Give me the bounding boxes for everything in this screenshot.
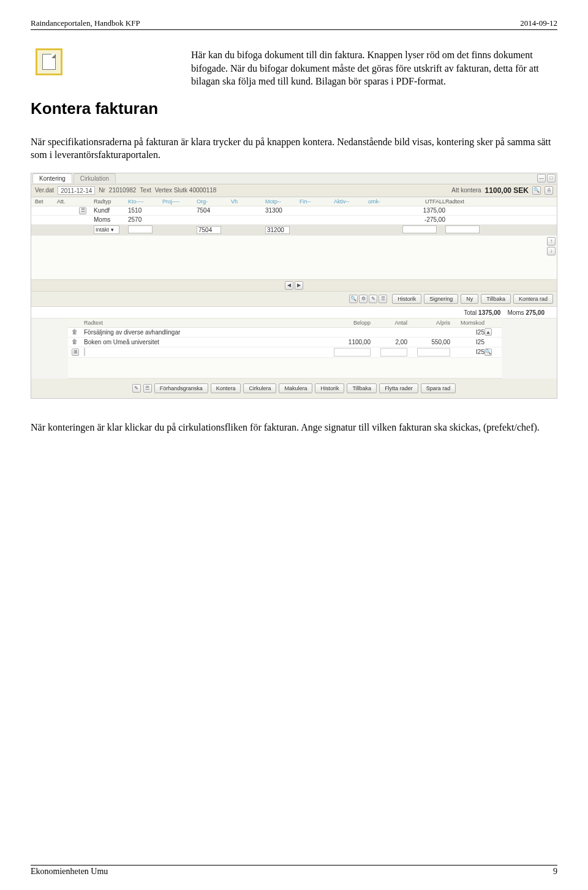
value-nr: 21010982 xyxy=(109,187,137,194)
search-icon[interactable]: 🔍 xyxy=(532,186,541,195)
kontering-screenshot: Kontering Cirkulation — □ Ver.dat 2011-1… xyxy=(31,173,557,399)
gear-icon[interactable]: ⚙ xyxy=(359,295,368,303)
grid-blank-area: ↑ ↓ xyxy=(31,236,557,280)
window-restore-icon[interactable]: □ xyxy=(547,174,556,183)
subcol-radtext: Radtext xyxy=(84,320,322,326)
trash-icon[interactable]: 🗑 xyxy=(72,338,79,345)
col-proj: Proj---- xyxy=(162,198,197,205)
spec-apris: 550,00 xyxy=(407,339,450,345)
print-icon[interactable]: ⎙ xyxy=(545,186,553,195)
bottom-button-row: ✎ ☰ Förhandsgranska Kontera Cirkulera Ma… xyxy=(31,379,557,398)
zoom-icon[interactable]: 🔍 xyxy=(349,295,358,303)
page-next-icon[interactable]: ▶ xyxy=(295,281,303,290)
edit-icon[interactable]: ✎ xyxy=(132,384,141,393)
value-att-kontera: 1100,00 SEK xyxy=(485,186,529,195)
kontering-row[interactable]: Moms 2570 -275,00 xyxy=(31,216,557,225)
label-verdat: Ver.dat xyxy=(35,187,54,194)
header-rule xyxy=(31,29,557,30)
value-text: Vertex Slutk 40000118 xyxy=(155,187,217,194)
doc-icon[interactable]: ☰ xyxy=(379,295,387,303)
page-number: 9 xyxy=(553,867,557,877)
mid-button-row: 🔍 ⚙ ✎ ☰ Historik Signering Ny Tillbaka K… xyxy=(31,292,557,307)
label-text: Text xyxy=(140,187,151,194)
pager: ◀ ▶ xyxy=(31,280,557,292)
spec-apris-input[interactable] xyxy=(417,348,450,356)
spec-row[interactable]: 🗑 Boken om Umeå universitet 1100,00 2,00… xyxy=(68,338,502,347)
spec-belopp: 1100,00 xyxy=(322,339,371,345)
col-radtext: Radtext xyxy=(445,198,488,205)
kontera-button[interactable]: Kontera xyxy=(211,383,241,393)
utfall-input[interactable] xyxy=(402,225,437,233)
spara-rad-button[interactable]: Spara rad xyxy=(421,383,456,393)
trash-icon[interactable]: 🗑 xyxy=(72,328,79,336)
ny-button[interactable]: Ny xyxy=(461,294,478,304)
tillbaka-button[interactable]: Tillbaka xyxy=(481,294,511,304)
spec-blank xyxy=(68,358,502,379)
doc-icon[interactable]: ☰ xyxy=(143,384,152,393)
tab-cirkulation[interactable]: Cirkulation xyxy=(74,173,116,183)
cell-radtyp: Moms xyxy=(94,216,128,223)
up-icon[interactable]: ▲ xyxy=(484,328,492,336)
spec-antal-input[interactable] xyxy=(380,348,407,356)
edit-icon[interactable]: ✎ xyxy=(369,295,377,303)
totals-row: Total 1375,00 Moms 275,00 xyxy=(31,307,557,319)
up-arrow-icon[interactable]: ↑ xyxy=(547,237,556,246)
tillbaka-button[interactable]: Tillbaka xyxy=(347,383,377,393)
kto-input[interactable] xyxy=(128,225,153,233)
tab-kontering[interactable]: Kontering xyxy=(32,173,72,183)
spec-antal: 2,00 xyxy=(371,339,407,345)
cell-kto: 1510 xyxy=(128,207,162,214)
section-heading-kontera: Kontera fakturan xyxy=(31,99,557,118)
header-left: Raindanceportalen, Handbok KFP xyxy=(31,18,140,28)
forhandsgranska-button[interactable]: Förhandsgranska xyxy=(154,383,208,393)
input-verdat[interactable]: 2011-12-14 xyxy=(58,186,95,195)
search-icon[interactable]: 🔍 xyxy=(484,349,492,356)
signering-button[interactable]: Signering xyxy=(424,294,458,304)
label-moms: Moms xyxy=(507,309,524,316)
doc-icon[interactable]: ☰ xyxy=(79,207,86,214)
spec-moms: I25 xyxy=(450,339,484,345)
col-vh: Vh xyxy=(231,198,265,205)
spec-text-input[interactable] xyxy=(84,348,85,356)
radtext-input[interactable] xyxy=(445,225,480,233)
kontering-row-selected[interactable]: Intäkt ▾ 7504 31200 xyxy=(31,225,557,236)
label-total: Total xyxy=(464,309,477,316)
footer-rule xyxy=(31,865,557,865)
spec-row-empty[interactable]: ⊞ I25 🔍 xyxy=(68,347,502,358)
spec-row[interactable]: 🗑 Försäljning av diverse avhandlingar I2… xyxy=(68,328,502,338)
cell-motp: 31300 xyxy=(265,207,300,214)
spec-text: Försäljning av diverse avhandlingar xyxy=(84,329,322,336)
paragraph-instruktion-1: När specifikationsraderna på fakturan är… xyxy=(31,135,557,162)
ver-row: Ver.dat 2011-12-14 Nr 21010982 Text Vert… xyxy=(31,184,557,197)
col-motp: Motp-- xyxy=(265,198,300,205)
col-bet: Bet xyxy=(35,198,57,205)
flytta-rader-button[interactable]: Flytta rader xyxy=(379,383,418,393)
col-org: Org- xyxy=(197,198,231,205)
cirkulera-button[interactable]: Cirkulera xyxy=(243,383,276,393)
spec-belopp-input[interactable] xyxy=(334,348,371,356)
col-att: Att. xyxy=(57,198,79,205)
kontering-row[interactable]: ☰ Kundf 1510 7504 31300 1375,00 xyxy=(31,206,557,216)
attach-document-icon xyxy=(36,48,62,75)
value-total: 1375,00 xyxy=(478,309,500,316)
spec-grid-header: Radtext Belopp Antal A/pris Momskod xyxy=(68,319,502,328)
motp-input[interactable]: 31200 xyxy=(265,226,290,234)
kontera-rad-button[interactable]: Kontera rad xyxy=(513,294,553,304)
window-minimize-icon[interactable]: — xyxy=(537,174,546,183)
historik-button[interactable]: Historik xyxy=(315,383,344,393)
makulera-button[interactable]: Makulera xyxy=(279,383,312,393)
add-row-icon[interactable]: ⊞ xyxy=(72,349,79,356)
cell-utfall: 1375,00 xyxy=(402,207,445,214)
down-arrow-icon[interactable]: ↓ xyxy=(547,247,556,255)
subcol-antal: Antal xyxy=(371,320,407,326)
spec-text: Boken om Umeå universitet xyxy=(84,339,322,345)
historik-button[interactable]: Historik xyxy=(392,294,421,304)
org-input[interactable]: 7504 xyxy=(197,226,221,234)
cell-kto: 2570 xyxy=(128,216,162,223)
subcol-momskod: Momskod xyxy=(450,320,484,326)
col-omk: omk- xyxy=(368,198,402,205)
radtyp-dropdown[interactable]: Intäkt ▾ xyxy=(94,225,119,234)
label-nr: Nr xyxy=(99,187,105,194)
page-prev-icon[interactable]: ◀ xyxy=(285,281,293,290)
col-fin: Fin-- xyxy=(300,198,334,205)
